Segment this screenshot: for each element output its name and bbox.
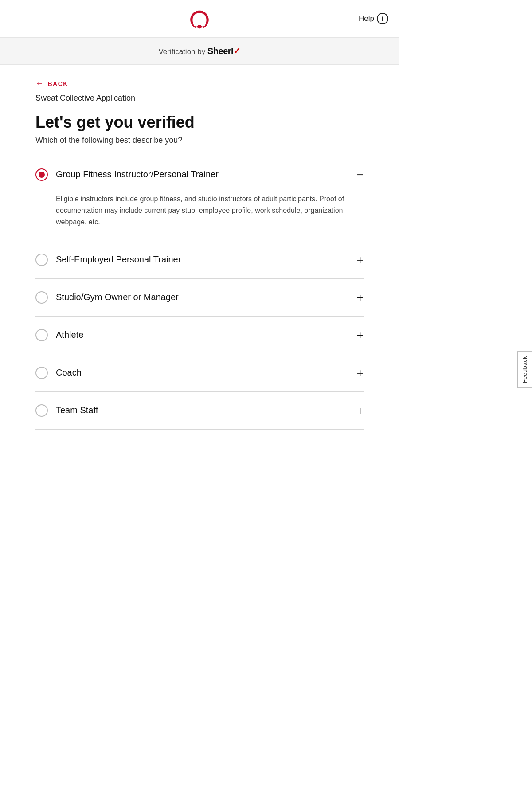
sheerid-brand: SheerI (207, 46, 233, 56)
option-group-fitness-header[interactable]: Group Fitness Instructor/Personal Traine… (35, 156, 364, 193)
radio-group-fitness-inner (39, 172, 45, 178)
option-athlete-label: Athlete (56, 330, 83, 340)
options-list: Group Fitness Instructor/Personal Traine… (35, 156, 364, 430)
option-self-employed-toggle[interactable]: + (357, 254, 364, 266)
option-team-staff-left: Team Staff (35, 404, 98, 417)
option-group-fitness-description: Eligible instructors include group fitne… (35, 193, 364, 241)
option-athlete-toggle[interactable]: + (357, 329, 364, 341)
option-athlete: Athlete + (35, 317, 364, 354)
option-coach-toggle[interactable]: + (357, 367, 364, 379)
option-group-fitness-label: Group Fitness Instructor/Personal Traine… (56, 169, 219, 180)
form-subtitle: Sweat Collective Application (35, 94, 364, 103)
main-content: ← BACK Sweat Collective Application Let'… (0, 65, 399, 456)
option-coach-header[interactable]: Coach + (35, 354, 364, 391)
option-self-employed-left: Self-Employed Personal Trainer (35, 254, 181, 266)
option-coach-left: Coach (35, 367, 82, 379)
radio-self-employed[interactable] (35, 254, 48, 266)
option-self-employed: Self-Employed Personal Trainer + (35, 241, 364, 279)
radio-athlete[interactable] (35, 329, 48, 341)
option-athlete-header[interactable]: Athlete + (35, 317, 364, 354)
option-studio-gym-label: Studio/Gym Owner or Manager (56, 292, 179, 302)
radio-coach[interactable] (35, 367, 48, 379)
option-self-employed-header[interactable]: Self-Employed Personal Trainer + (35, 241, 364, 278)
radio-team-staff[interactable] (35, 404, 48, 417)
sheerid-checkmark: ✓ (233, 46, 241, 56)
back-button[interactable]: ← BACK (35, 79, 364, 88)
option-team-staff: Team Staff + (35, 392, 364, 430)
sheerid-prefix: Verification by (158, 47, 207, 56)
option-self-employed-label: Self-Employed Personal Trainer (56, 254, 181, 265)
option-group-fitness-toggle[interactable]: − (357, 169, 364, 180)
option-group-fitness-left: Group Fitness Instructor/Personal Traine… (35, 168, 219, 181)
radio-studio-gym[interactable] (35, 291, 48, 304)
info-icon: i (377, 13, 388, 24)
page-header: Help i (0, 0, 399, 38)
logo (188, 8, 211, 29)
help-button[interactable]: Help i (359, 13, 388, 24)
back-arrow-icon: ← (35, 79, 44, 88)
option-studio-gym-left: Studio/Gym Owner or Manager (35, 291, 179, 304)
option-studio-gym: Studio/Gym Owner or Manager + (35, 279, 364, 317)
option-team-staff-toggle[interactable]: + (357, 405, 364, 416)
form-description: Which of the following best describe you… (35, 136, 364, 145)
lululemon-logo-icon (188, 8, 211, 29)
option-coach-label: Coach (56, 368, 82, 378)
option-group-fitness: Group Fitness Instructor/Personal Traine… (35, 156, 364, 241)
option-coach: Coach + (35, 354, 364, 392)
help-label: Help (359, 14, 374, 23)
radio-group-fitness[interactable] (35, 168, 48, 181)
option-athlete-left: Athlete (35, 329, 83, 341)
sheerid-banner: Verification by SheerI✓ (0, 38, 399, 65)
option-team-staff-label: Team Staff (56, 405, 98, 415)
option-studio-gym-toggle[interactable]: + (357, 292, 364, 303)
back-label: BACK (48, 80, 68, 87)
option-studio-gym-header[interactable]: Studio/Gym Owner or Manager + (35, 279, 364, 316)
option-team-staff-header[interactable]: Team Staff + (35, 392, 364, 429)
form-title: Let's get you verified (35, 113, 364, 131)
